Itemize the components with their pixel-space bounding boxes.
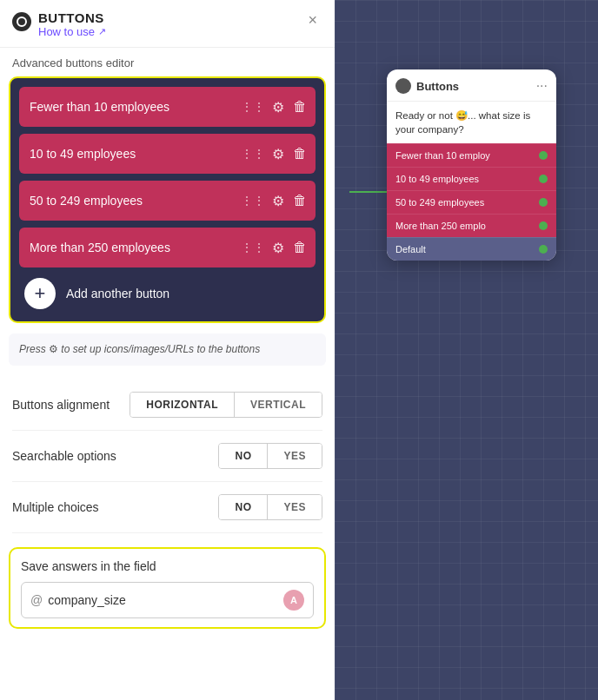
button-actions-0: ⋮⋮ ⚙ 🗑 [241,97,309,117]
trash-button-0[interactable]: 🗑 [291,97,309,116]
add-button-icon: + [24,278,56,309]
chat-card: Buttons ··· Ready or not 😅... what size … [387,69,556,261]
trash-button-2[interactable]: 🗑 [291,191,309,210]
title-group: BUTTONS How to use ↗ [38,10,106,38]
chat-btn-dot-0 [539,151,548,160]
field-input-row[interactable]: @ company_size A [21,582,314,618]
trash-button-1[interactable]: 🗑 [291,144,309,163]
button-actions-2: ⋮⋮ ⚙ 🗑 [241,191,309,211]
at-symbol: @ [30,593,43,607]
add-button-row[interactable]: + Add another button [19,274,316,313]
right-panel: Buttons ··· Ready or not 😅... what size … [335,0,598,700]
external-link-icon: ↗ [98,26,106,37]
settings-section: Buttons alignment HORIZONTAL VERTICAL Se… [0,380,335,533]
chat-btn-1[interactable]: 10 to 49 employees [387,167,556,190]
chat-btn-dot-1 [539,175,548,183]
chat-btn-0[interactable]: Fewer than 10 employ [387,143,556,167]
field-badge: A [283,590,304,611]
chat-btn-text-2: 50 to 249 employees [395,197,484,208]
how-to-use-link[interactable]: How to use ↗ [38,25,106,38]
drag-handle-1[interactable]: ⋮⋮ [241,147,265,161]
alignment-row: Buttons alignment HORIZONTAL VERTICAL [12,380,322,431]
multiple-no-btn[interactable]: NO [219,495,267,519]
chat-btn-dot-3 [539,221,548,230]
multiple-choices-row: Multiple choices NO YES [12,482,322,533]
header-left: BUTTONS How to use ↗ [12,10,106,38]
close-button[interactable]: × [302,10,322,30]
chat-card-title-row: Buttons [395,78,459,94]
chat-btn-text-0: Fewer than 10 employ [395,150,490,161]
alignment-horizontal-btn[interactable]: HORIZONTAL [130,393,234,417]
field-input-value: company_size [48,593,283,607]
chat-btn-3[interactable]: More than 250 emplo [387,214,556,237]
button-label-3: More than 250 employees [30,241,241,254]
chat-buttons: Fewer than 10 employ 10 to 49 employees … [387,143,556,261]
card-title: Buttons [416,80,459,93]
chat-btn-text-default: Default [395,244,426,254]
button-label-1: 10 to 49 employees [30,147,241,161]
chat-btn-default[interactable]: Default [387,237,556,261]
multiple-yes-btn[interactable]: YES [267,495,322,519]
chat-btn-text-3: More than 250 emplo [395,221,486,231]
drag-handle-0[interactable]: ⋮⋮ [241,100,265,114]
chat-btn-text-1: 10 to 49 employees [395,174,479,184]
searchable-toggle: NO YES [218,443,322,469]
drag-handle-2[interactable]: ⋮⋮ [241,194,265,208]
searchable-row: Searchable options NO YES [12,431,322,482]
save-field-label: Save answers in the field [21,559,314,573]
gear-button-1[interactable]: ⚙ [270,144,286,164]
drag-handle-3[interactable]: ⋮⋮ [241,241,265,254]
button-actions-1: ⋮⋮ ⚙ 🗑 [241,144,309,164]
chat-btn-2[interactable]: 50 to 249 employees [387,190,556,214]
gear-button-2[interactable]: ⚙ [270,191,286,211]
button-row-3[interactable]: More than 250 employees ⋮⋮ ⚙ 🗑 [19,228,316,267]
button-row-0[interactable]: Fewer than 10 employees ⋮⋮ ⚙ 🗑 [19,87,316,127]
gear-hint-icon: ⚙ [49,343,58,355]
button-row-1[interactable]: 10 to 49 employees ⋮⋮ ⚙ 🗑 [19,134,316,174]
alignment-label: Buttons alignment [12,398,110,412]
add-button-label: Add another button [66,287,169,300]
alignment-toggle: HORIZONTAL VERTICAL [130,392,322,418]
button-actions-3: ⋮⋮ ⚙ 🗑 [241,238,309,258]
panel-title: BUTTONS [38,10,106,25]
trash-button-3[interactable]: 🗑 [291,238,309,257]
gear-button-0[interactable]: ⚙ [270,97,286,117]
chat-btn-dot-default [539,245,548,254]
gear-button-3[interactable]: ⚙ [270,238,286,258]
chat-card-header: Buttons ··· [387,69,556,102]
searchable-yes-btn[interactable]: YES [267,444,322,468]
left-panel: BUTTONS How to use ↗ × Advanced buttons … [0,0,335,700]
chat-btn-dot-2 [539,198,548,207]
alignment-vertical-btn[interactable]: VERTICAL [234,393,322,417]
save-field-section: Save answers in the field @ company_size… [9,547,326,629]
card-menu-icon[interactable]: ··· [536,78,548,94]
button-label-0: Fewer than 10 employees [30,100,241,114]
searchable-no-btn[interactable]: NO [219,444,267,468]
hint-box: Press ⚙ to set up icons/images/URLs to t… [9,333,326,366]
section-label: Advanced buttons editor [0,48,335,76]
buttons-editor: Fewer than 10 employees ⋮⋮ ⚙ 🗑 10 to 49 … [9,76,326,323]
panel-header: BUTTONS How to use ↗ × [0,0,335,48]
header-icon [12,12,31,31]
button-row-2[interactable]: 50 to 249 employees ⋮⋮ ⚙ 🗑 [19,181,316,221]
multiple-choices-label: Multiple choices [12,500,99,514]
searchable-label: Searchable options [12,449,116,463]
chat-bubble: Ready or not 😅... what size is your comp… [387,102,556,143]
button-label-2: 50 to 249 employees [30,194,241,208]
card-icon [395,78,411,94]
multiple-choices-toggle: NO YES [218,494,322,520]
